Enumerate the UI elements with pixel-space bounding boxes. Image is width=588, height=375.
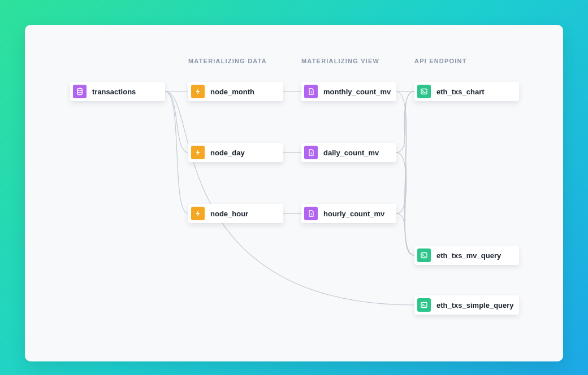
node-label: eth_txs_chart [436,88,485,96]
terminal-icon [417,298,431,312]
diagram-panel: MATERIALIZING DATA MATERIALIZING VIEW AP… [25,25,563,361]
node-node-day[interactable]: node_day [188,143,283,162]
gradient-background: MATERIALIZING DATA MATERIALIZING VIEW AP… [0,0,588,375]
node-label: eth_txs_simple_query [436,301,514,309]
node-label: node_hour [210,210,248,218]
node-label: node_month [210,88,254,96]
svg-rect-3 [421,253,427,258]
header-api-endpoint: API ENDPOINT [414,58,467,64]
document-bolt-icon [304,146,318,159]
node-label: node_day [210,149,245,157]
node-label: daily_count_mv [323,149,379,157]
document-bolt-icon [304,85,318,98]
document-bolt-icon [304,207,318,220]
bolt-icon [191,85,205,98]
node-hourly-count-mv[interactable]: hourly_count_mv [301,204,396,223]
node-transactions[interactable]: transactions [70,82,165,101]
bolt-icon [191,146,205,159]
node-label: eth_txs_mv_query [436,251,501,260]
terminal-icon [417,85,431,98]
node-eth-txs-simple-query[interactable]: eth_txs_simple_query [414,295,519,315]
node-eth-txs-chart[interactable]: eth_txs_chart [414,82,519,101]
node-daily-count-mv[interactable]: daily_count_mv [301,143,396,162]
bolt-icon [191,207,205,220]
svg-rect-1 [421,89,427,94]
node-label: hourly_count_mv [323,210,384,218]
node-eth-txs-mv-query[interactable]: eth_txs_mv_query [414,246,519,265]
svg-rect-5 [421,303,427,308]
node-label: monthly_count_mv [323,88,391,96]
database-icon [73,85,87,98]
terminal-icon [417,248,431,262]
node-node-hour[interactable]: node_hour [188,204,283,223]
node-monthly-count-mv[interactable]: monthly_count_mv [301,82,396,101]
svg-point-0 [77,88,83,90]
node-label: transactions [92,88,136,96]
header-materializing-data: MATERIALIZING DATA [188,58,267,64]
node-node-month[interactable]: node_month [188,82,283,101]
header-materializing-view: MATERIALIZING VIEW [301,58,379,64]
